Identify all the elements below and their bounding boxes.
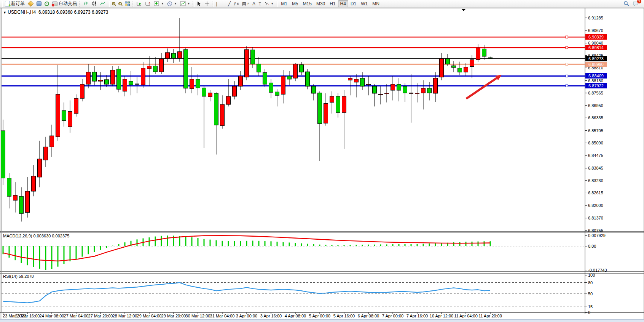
time-axis-label: 5 Apr 16:00 <box>333 314 355 318</box>
price-axis-label: 6.91285 <box>588 16 603 20</box>
equidistant-channel-button[interactable]: ⫽E <box>232 0 241 7</box>
candle-body <box>111 70 115 84</box>
trendline-button[interactable]: ╱ <box>226 0 232 7</box>
candle-body <box>26 191 30 213</box>
candle-body <box>409 93 413 93</box>
new-order-icon <box>5 1 10 6</box>
crosshair-button[interactable] <box>203 0 211 7</box>
candle-body <box>403 86 407 93</box>
tf-mn-button[interactable]: MN <box>370 0 382 7</box>
price-level-badge[interactable]: 6.90339 <box>585 34 607 40</box>
line-chart-button[interactable] <box>99 0 107 7</box>
arrows-button[interactable]: ▼ <box>263 0 275 7</box>
candle-body <box>123 79 127 91</box>
tf-h1-button[interactable]: H1 <box>327 0 338 7</box>
tile-windows-button[interactable] <box>123 0 131 7</box>
chart-shift-button[interactable] <box>143 0 152 7</box>
chart-canvas[interactable] <box>0 8 644 322</box>
candle-body <box>190 79 194 89</box>
new-order-label: 新订单 <box>11 0 25 7</box>
vertical-line-button[interactable]: | <box>215 0 219 7</box>
mql-community-button[interactable] <box>26 0 35 7</box>
tf-d1-button[interactable]: D1 <box>348 0 359 7</box>
candle-body <box>287 76 292 79</box>
tf-w1-button[interactable]: W1 <box>359 0 370 7</box>
candle-body <box>434 78 438 93</box>
periods-button[interactable]: ▼ <box>166 0 179 7</box>
line-handle[interactable] <box>566 85 568 87</box>
candle-body <box>141 68 145 85</box>
toolbar-separator <box>79 1 81 7</box>
price-level-badge[interactable]: 6.87922 <box>585 83 607 88</box>
time-axis-label: 4 Apr 08:00 <box>285 314 306 318</box>
search-icon <box>623 1 630 6</box>
dropdown-caret: ▼ <box>271 2 274 5</box>
price-axis-label: 6.82000 <box>588 203 603 208</box>
candle-body <box>446 59 450 64</box>
time-axis-label: 7 Apr 00:00 <box>382 314 403 318</box>
price-level-badge[interactable]: 6.89814 <box>585 45 607 50</box>
tf-m1-button[interactable]: M1 <box>279 0 290 7</box>
templates-button[interactable]: ▼ <box>179 0 192 7</box>
line-handle[interactable] <box>566 63 568 66</box>
rsi-axis-label: 100 <box>588 273 595 277</box>
zoom-out-button[interactable]: - <box>117 0 123 7</box>
price-axis-label: 6.85705 <box>588 128 603 133</box>
price-level-badge[interactable]: 6.88409 <box>585 73 607 78</box>
price-axis-label: 6.88180 <box>588 78 603 83</box>
price-axis-label: 6.81370 <box>588 216 603 220</box>
candle-body <box>62 111 66 120</box>
candle-body <box>476 48 480 60</box>
price-axis-label: 6.83230 <box>588 178 603 183</box>
line-handle[interactable] <box>566 75 568 77</box>
zoom-in-button[interactable]: + <box>110 0 117 7</box>
candle-body <box>482 49 486 56</box>
tf-m5-button[interactable]: M5 <box>290 0 301 7</box>
candle-body <box>421 88 426 93</box>
time-axis-label: 27 Mar 04:00 <box>64 314 89 318</box>
tf-h4-button[interactable]: H4 <box>338 0 348 7</box>
time-axis-label: 29 Mar 20:00 <box>161 314 186 318</box>
candle-body <box>13 195 18 200</box>
price-axis-label: 6.83845 <box>588 166 603 170</box>
rsi-axis-label: 0 <box>588 310 590 315</box>
time-axis-label: 11 Apr 20:00 <box>478 314 502 318</box>
tile-windows-icon <box>125 2 130 6</box>
candle-body <box>74 98 78 114</box>
signal-icon <box>45 2 49 6</box>
candle-body <box>233 86 237 96</box>
macd-axis-label: 0.007929 <box>588 233 606 238</box>
candle-body <box>427 88 432 93</box>
rsi-axis-label: 15 <box>588 304 593 309</box>
line-handle[interactable] <box>566 36 568 38</box>
auto-scroll-button[interactable] <box>135 0 143 7</box>
auto-trading-button[interactable]: 自动交易 <box>51 0 78 7</box>
candle-chart-button[interactable] <box>90 0 99 7</box>
profile-button[interactable] <box>35 0 43 7</box>
tf-m15-button[interactable]: M15 <box>301 0 314 7</box>
chat-button[interactable]: 1 <box>631 0 640 7</box>
chart-shift-marker-icon[interactable] <box>461 9 466 11</box>
indicators-button[interactable]: ▼ <box>152 0 166 7</box>
fibonacci-button[interactable]: ▤F <box>241 0 251 7</box>
text-label-button[interactable]: ⌶ <box>257 0 263 7</box>
cursor-button[interactable] <box>195 0 203 7</box>
time-axis-label: 27 Mar 20:00 <box>88 314 113 318</box>
chat-notification-badge: 1 <box>637 0 641 3</box>
candle-body <box>470 59 474 66</box>
tf-m30-button[interactable]: M30 <box>314 0 327 7</box>
line-handle[interactable] <box>566 46 568 49</box>
horizontal-line-button[interactable]: — <box>219 0 226 7</box>
symbol-dropdown-icon[interactable]: ▼ <box>3 11 6 14</box>
new-order-button[interactable]: 新订单 <box>3 0 26 7</box>
text-button[interactable]: A <box>251 0 257 7</box>
signals-button[interactable] <box>43 0 51 7</box>
candle-body <box>342 96 346 112</box>
price-level-badge[interactable]: 6.88990 <box>585 62 607 67</box>
candle-body <box>19 196 24 213</box>
arrow-annotation[interactable] <box>466 78 497 99</box>
cursor-icon <box>197 1 201 6</box>
bar-chart-button[interactable] <box>82 0 90 7</box>
search-button[interactable] <box>622 0 631 7</box>
candle-body <box>330 96 334 103</box>
